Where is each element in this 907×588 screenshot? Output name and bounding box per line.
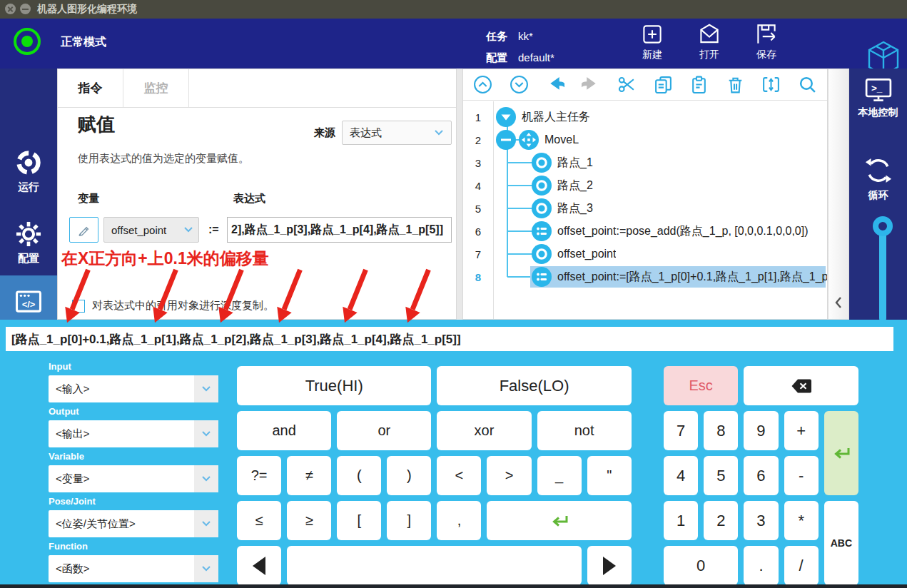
key-asterisk[interactable]: * xyxy=(784,501,819,540)
svg-text:>_: >_ xyxy=(871,83,882,93)
save-button[interactable]: 保存 xyxy=(741,21,792,61)
pose-joint-select[interactable]: <位姿/关节位置> xyxy=(49,510,218,537)
minus-circle-icon[interactable] xyxy=(496,130,516,150)
waypoint-icon xyxy=(532,176,552,196)
expression-label: 表达式 xyxy=(233,192,265,206)
tree-row[interactable]: 7 offset_point xyxy=(463,243,827,265)
minimize-icon[interactable] xyxy=(20,4,31,14)
variable-operand-select[interactable]: <变量> xyxy=(49,465,218,492)
key-6[interactable]: 6 xyxy=(744,456,778,495)
local-control-terminal-icon: >_ xyxy=(863,77,894,103)
deep-copy-checkbox-row: 对表达式中的引用对象进行深度复制。 xyxy=(72,299,274,313)
key-and[interactable]: and xyxy=(237,411,331,450)
tree-row-selected[interactable]: 8 offset_point:=[路点_1_p[0]+0.1,路点_1_p[1]… xyxy=(463,265,827,288)
tree-row[interactable]: 1 机器人主任务 xyxy=(463,106,827,128)
move-down-icon[interactable] xyxy=(510,75,529,94)
left-arrow-icon xyxy=(253,557,265,575)
key-not-equal[interactable]: ≠ xyxy=(287,456,331,495)
expression-bar-input[interactable]: [路点_1_p[0]+0.1,路点_1_p[1],路点_1_p[2],路点_1_… xyxy=(6,327,893,351)
input-select[interactable]: <输入> xyxy=(49,375,218,402)
edit-variable-button[interactable] xyxy=(69,217,98,243)
key-8[interactable]: 8 xyxy=(704,411,738,450)
key-plus[interactable]: + xyxy=(784,411,819,450)
key-esc[interactable]: Esc xyxy=(664,366,738,405)
key-quote[interactable]: " xyxy=(587,456,632,495)
search-icon[interactable] xyxy=(798,75,817,94)
key-slash[interactable]: / xyxy=(784,546,819,585)
paste-icon[interactable] xyxy=(689,75,709,94)
key-bracket-close[interactable]: ] xyxy=(387,501,431,540)
speed-slider-track[interactable] xyxy=(879,227,886,321)
key-9[interactable]: 9 xyxy=(744,411,778,450)
key-3[interactable]: 3 xyxy=(744,501,778,540)
tree-row[interactable]: 5 路点_3 xyxy=(463,197,827,220)
key-0[interactable]: 0 xyxy=(664,546,738,585)
key-false[interactable]: False(LO) xyxy=(437,366,631,405)
key-or[interactable]: or xyxy=(337,411,431,450)
close-icon[interactable] xyxy=(5,4,16,14)
tab-instruction[interactable]: 指令 xyxy=(58,69,123,107)
key-4[interactable]: 4 xyxy=(664,456,698,495)
function-select[interactable]: <函数> xyxy=(49,555,218,582)
tree-row[interactable]: 3 路点_1 xyxy=(463,151,827,174)
key-7[interactable]: 7 xyxy=(664,411,698,450)
tree-row[interactable]: 4 路点_2 xyxy=(463,174,827,197)
key-not[interactable]: not xyxy=(537,411,632,450)
key-paren-close[interactable]: ) xyxy=(387,456,431,495)
key-enter-wide[interactable] xyxy=(487,501,631,540)
collapse-triangle-icon[interactable] xyxy=(496,107,516,127)
new-button[interactable]: 新建 xyxy=(627,21,678,61)
input-select-label: Input xyxy=(49,361,218,372)
key-comma[interactable]: , xyxy=(437,501,481,540)
tree-row[interactable]: 2 MoveL xyxy=(463,128,827,151)
open-button[interactable]: 打开 xyxy=(684,21,735,61)
speed-slider-handle[interactable] xyxy=(873,216,893,236)
sidebar-item-config[interactable]: 配置 xyxy=(0,220,57,265)
tree-row[interactable]: 6 offset_point:=pose_add(路点_1_p, [0,0,0.… xyxy=(463,220,827,243)
key-greater[interactable]: > xyxy=(487,456,531,495)
key-enter[interactable] xyxy=(824,411,858,495)
task-label: 任务 xyxy=(486,30,507,44)
move-up-icon[interactable] xyxy=(473,75,492,94)
key-true[interactable]: True(HI) xyxy=(237,366,431,405)
key-xor[interactable]: xor xyxy=(437,411,531,450)
copy-icon[interactable] xyxy=(654,75,673,94)
key-abc[interactable]: ABC xyxy=(824,501,858,585)
loop-icon xyxy=(863,156,893,186)
redo-icon[interactable] xyxy=(582,75,601,94)
source-select[interactable]: 表达式 xyxy=(342,121,452,145)
key-less-equal[interactable]: ≤ xyxy=(237,501,281,540)
expression-input[interactable]: 2],路点_1_p[3],路点_1_p[4],路点_1_p[5]] xyxy=(227,217,452,243)
output-select[interactable]: <输出> xyxy=(49,420,218,447)
key-greater-equal[interactable]: ≥ xyxy=(287,501,331,540)
mode-status-dot xyxy=(21,36,33,47)
key-minus[interactable]: - xyxy=(784,456,819,495)
sidebar-item-run[interactable]: 运行 xyxy=(0,148,57,194)
sidebar-item-loop[interactable]: 循环 xyxy=(849,156,907,202)
key-1[interactable]: 1 xyxy=(664,501,698,540)
sidebar-item-local-control[interactable]: >_ 本地控制 xyxy=(849,77,907,119)
key-paren-open[interactable]: ( xyxy=(337,456,381,495)
key-dot[interactable]: . xyxy=(744,546,778,585)
variable-select[interactable]: offset_point xyxy=(103,217,199,243)
key-bracket-open[interactable]: [ xyxy=(337,501,381,540)
key-underscore[interactable]: _ xyxy=(537,456,582,495)
key-assign-compare[interactable]: ?= xyxy=(237,456,281,495)
swap-icon[interactable] xyxy=(761,75,781,94)
cut-icon[interactable] xyxy=(617,75,637,94)
key-5[interactable]: 5 xyxy=(704,456,738,495)
key-backspace[interactable] xyxy=(744,366,858,405)
undo-icon[interactable] xyxy=(545,75,564,94)
key-cursor-right[interactable] xyxy=(587,546,632,585)
waypoint-icon xyxy=(532,153,552,173)
tab-monitor[interactable]: 监控 xyxy=(123,69,189,107)
key-2[interactable]: 2 xyxy=(704,501,738,540)
key-less[interactable]: < xyxy=(437,456,481,495)
key-space[interactable] xyxy=(287,546,582,585)
svg-text:</>: </> xyxy=(22,299,36,310)
delete-icon[interactable] xyxy=(726,75,745,94)
panel-scroll-strip[interactable] xyxy=(828,69,849,320)
collapse-panel-icon[interactable] xyxy=(834,296,843,312)
key-cursor-left[interactable] xyxy=(237,546,281,585)
deep-copy-label: 对表达式中的引用对象进行深度复制。 xyxy=(92,299,274,313)
